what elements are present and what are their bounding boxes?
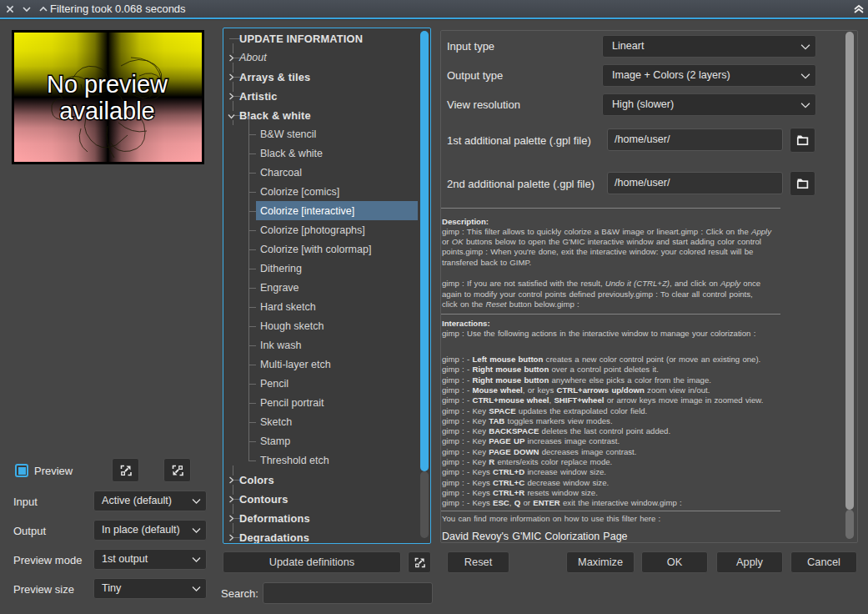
svg-text:No preview: No preview (47, 71, 168, 98)
svg-text:available: available (59, 98, 154, 124)
